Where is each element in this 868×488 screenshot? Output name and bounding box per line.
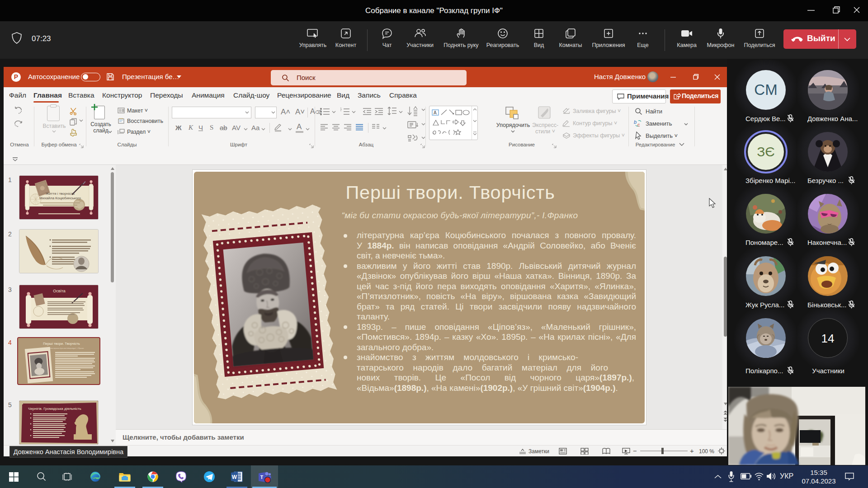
svg-text:A: A xyxy=(434,110,437,115)
svg-text:b: b xyxy=(634,119,637,125)
svg-text:Перші твори. Творчість: Перші твори. Творчість xyxy=(43,342,80,346)
svg-text:Чернігів. Громадська діяльніст: Чернігів. Громадська діяльність xyxy=(28,407,81,411)
svg-text:W: W xyxy=(232,474,237,480)
svg-text:Життя і творчість: Життя і творчість xyxy=(46,192,75,196)
svg-text:c: c xyxy=(637,122,640,127)
svg-text:Михайла Коцюбинського: Михайла Коцюбинського xyxy=(39,196,81,200)
svg-text:T: T xyxy=(260,474,264,480)
svg-text:Освіта: Освіта xyxy=(53,289,65,293)
